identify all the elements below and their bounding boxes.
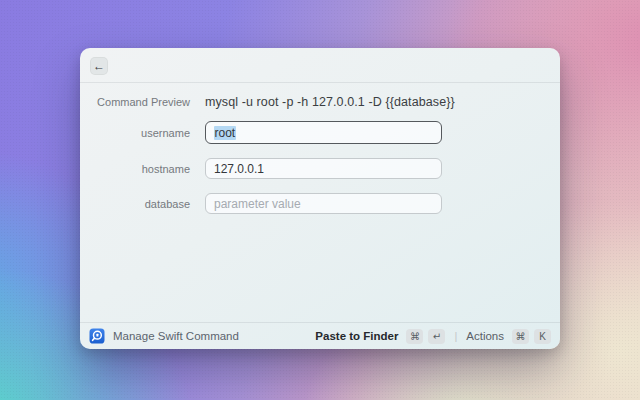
cmd-key-badge: ⌘ [406, 329, 423, 344]
command-preview-label: Command Preview [80, 95, 190, 108]
k-key-badge: K [534, 329, 551, 344]
cmd-key-badge-2: ⌘ [512, 329, 529, 344]
database-placeholder: parameter value [214, 197, 301, 211]
field-label-hostname: hostname [80, 158, 190, 179]
footer-separator: | [454, 330, 457, 342]
actions-menu-button[interactable]: Actions [466, 330, 504, 342]
command-name-label: Manage Swift Command [113, 330, 239, 342]
hostname-input[interactable]: 127.0.0.1 [205, 158, 442, 179]
field-label-database: database [80, 193, 190, 214]
back-arrow-icon: ← [93, 60, 105, 72]
window-header: ← [80, 48, 560, 83]
swift-command-icon [89, 328, 105, 344]
footer-actions: Paste to Finder ⌘ ↵ | Actions ⌘ K [315, 329, 551, 344]
desktop-background: { "window": { "header": { "back_icon": "… [0, 0, 640, 400]
return-key-badge: ↵ [428, 329, 445, 344]
action-bar: Manage Swift Command Paste to Finder ⌘ ↵… [80, 322, 560, 349]
app-window: ← Command Preview mysql -u root -p -h 12… [80, 48, 560, 349]
command-preview-value: mysql -u root -p -h 127.0.0.1 -D {{datab… [205, 95, 548, 108]
field-label-username: username [80, 121, 190, 144]
database-input[interactable]: parameter value [205, 193, 442, 214]
username-value-selected: root [214, 126, 236, 140]
back-button[interactable]: ← [90, 57, 108, 75]
username-input[interactable]: root [205, 121, 442, 144]
paste-to-finder-button[interactable]: Paste to Finder [315, 330, 398, 342]
hostname-value: 127.0.0.1 [214, 162, 264, 176]
